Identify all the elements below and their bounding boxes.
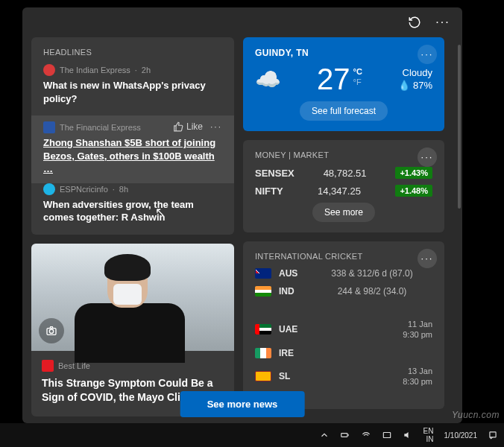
lang-in[interactable]: IN (426, 435, 434, 443)
match-row[interactable]: AUS338 & 312/6 d (87.0) (255, 268, 432, 279)
svg-rect-2 (341, 434, 347, 437)
weather-location: GUINDY, TN (255, 48, 432, 58)
flag-icon (255, 268, 271, 279)
index-name: SENSEX (255, 168, 294, 179)
notification-icon[interactable] (488, 430, 498, 440)
cricket-card[interactable]: ··· INTERNATIONAL CRICKET AUS338 & 312/6… (243, 241, 444, 409)
source-icon (42, 360, 54, 372)
source-name: The Financial Express (60, 123, 141, 132)
match-row[interactable]: SL13 Jan8:30 pm (255, 366, 432, 387)
flag-icon (255, 371, 271, 381)
headlines-card: HEADLINES The Indian Express · 2h What i… (31, 37, 234, 235)
camera-icon (39, 318, 64, 343)
drop-icon: 💧 (398, 80, 410, 91)
wifi-icon[interactable] (361, 430, 371, 440)
index-value: 48,782.51 (324, 168, 367, 179)
lang-en[interactable]: EN (423, 427, 434, 435)
chevron-up-icon[interactable] (319, 430, 330, 440)
unit-c[interactable]: °C (353, 67, 362, 76)
market-card[interactable]: ··· MONEY | MARKET SENSEX 48,782.51 +1.4… (243, 140, 444, 232)
index-change: +1.48% (395, 185, 432, 197)
like-label: Like (186, 121, 203, 132)
volume-icon[interactable] (403, 430, 413, 440)
flag-icon (255, 348, 271, 358)
weather-icon: ☁️ (255, 67, 281, 92)
cricket-title: INTERNATIONAL CRICKET (255, 252, 432, 261)
index-change: +1.43% (395, 167, 432, 179)
market-row[interactable]: NIFTY 14,347.25 +1.48% (255, 185, 432, 197)
headline-age: 2h (142, 66, 151, 74)
index-value: 14,347.25 (318, 186, 361, 197)
card-menu-button[interactable]: ··· (418, 45, 437, 64)
forecast-button[interactable]: See full forecast (300, 101, 388, 121)
see-more-news-button[interactable]: See more news (180, 391, 305, 417)
team-code: AUS (279, 268, 304, 279)
input-icon[interactable] (382, 430, 392, 440)
battery-icon[interactable] (340, 430, 350, 440)
source-name: The Indian Express (60, 66, 130, 74)
index-name: NIFTY (255, 186, 283, 197)
headlines-title: HEADLINES (43, 48, 222, 57)
match-row[interactable]: UAE11 Jan9:30 pm (255, 319, 432, 340)
headline-item[interactable]: ESPNcricinfo · 8h When adversities grow,… (43, 183, 222, 224)
svg-point-1 (49, 329, 53, 333)
team-code: IRE (279, 348, 304, 358)
match-date: 13 Jan (408, 367, 432, 375)
photo-card[interactable]: Best Life This Strange Symptom Could Be … (31, 244, 234, 416)
source-icon (43, 121, 55, 133)
source-icon (43, 64, 55, 76)
svg-rect-4 (490, 432, 496, 437)
svg-rect-3 (383, 433, 390, 438)
like-button[interactable]: Like (173, 121, 203, 132)
match-date: 11 Jan (408, 320, 432, 329)
source-name: ESPNcricinfo (60, 185, 108, 194)
match-row[interactable]: IND244 & 98/2 (34.0) (255, 286, 432, 297)
market-see-more-button[interactable]: See more (312, 203, 375, 222)
article-image (31, 244, 234, 351)
source-icon (43, 183, 55, 195)
cursor-icon: ↖ (155, 205, 165, 219)
flag-icon (255, 286, 271, 297)
weather-humidity: 87% (413, 80, 432, 91)
weather-condition: Cloudy (398, 67, 432, 78)
team-code: SL (279, 371, 304, 381)
card-menu-button[interactable]: ··· (418, 249, 437, 268)
unit-f[interactable]: °F (353, 77, 362, 86)
headline-title: What is new in WhatsApp's privacy policy… (43, 79, 222, 105)
taskbar-date[interactable]: 1/10/2021 (444, 431, 478, 440)
more-button[interactable]: ··· (431, 10, 455, 34)
refresh-button[interactable] (403, 10, 426, 34)
scrollbar[interactable] (458, 45, 461, 209)
match-time: 8:30 pm (403, 377, 432, 386)
team-score: 338 & 312/6 d (87.0) (312, 268, 432, 279)
market-row[interactable]: SENSEX 48,782.51 +1.43% (255, 167, 432, 179)
match-time: 9:30 pm (403, 330, 432, 339)
flag-icon (255, 324, 271, 335)
headline-title: Zhong Shanshan $5B short of joining Bezo… (43, 136, 222, 176)
team-code: IND (279, 286, 304, 297)
taskbar[interactable]: ENIN 1/10/2021 (0, 423, 504, 447)
market-title: MONEY | MARKET (255, 150, 432, 159)
watermark: Yuucn.com (452, 410, 500, 420)
headline-age: 8h (119, 185, 128, 194)
card-menu-button[interactable]: ··· (418, 148, 437, 167)
team-code: UAE (279, 324, 304, 335)
team-score: 244 & 98/2 (34.0) (312, 286, 432, 297)
headline-item[interactable]: The Indian Express · 2h What is new in W… (43, 64, 222, 105)
match-row[interactable]: IRE (255, 348, 432, 358)
headline-item[interactable]: Like ··· The Financial Express Zhong Sha… (31, 115, 234, 183)
headline-title: When adversities grow, the team comes to… (43, 198, 222, 224)
weather-card[interactable]: ··· GUINDY, TN ☁️ 27 °C°F Cloudy 💧87% Se… (243, 37, 444, 131)
weather-temp: 27 (317, 64, 350, 94)
